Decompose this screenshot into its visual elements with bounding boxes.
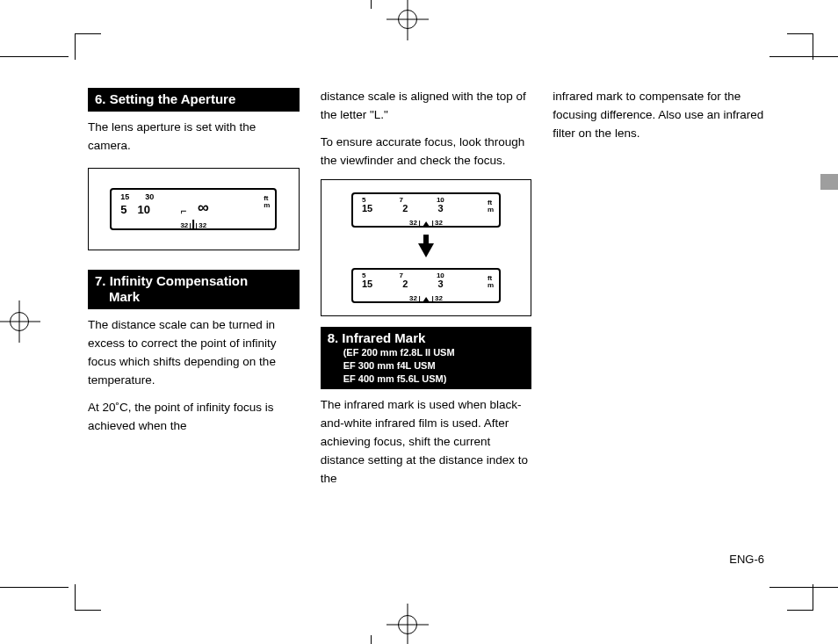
depth-of-field-index: 32 32	[180, 220, 206, 229]
section-7-continuation: To ensure accurate focus, look through t…	[321, 134, 532, 170]
scale-units: ftm	[488, 199, 494, 213]
distance-scale-before: 5 7 10 15 2 3 ftm 3232	[351, 192, 501, 228]
scale-m-value: 5	[120, 203, 126, 216]
section-7-body: At 20˚C, the point of infinity focus is …	[88, 399, 300, 436]
l-mark: ⌐	[180, 205, 186, 217]
figure-infinity-compensation: 5 7 10 15 2 3 ftm 3232	[321, 179, 532, 316]
column-1: 6. Setting the Aperture The lens apertur…	[88, 88, 300, 497]
distance-scale-after: 5 7 10 15 2 3 ftm 3232	[351, 268, 501, 303]
section-7-continuation: distance scale is aligned with the top o…	[321, 88, 532, 125]
frame-corner	[787, 610, 813, 611]
frame-corner	[75, 584, 76, 611]
column-3: infrared mark to compensate for the focu…	[553, 88, 764, 497]
figure-aperture-scale: 15 30 5 10 ∞ ⌐ ftm 32	[88, 168, 300, 250]
crop-mark	[0, 587, 69, 588]
register-mark	[5, 308, 33, 336]
crop-mark	[769, 56, 838, 57]
page-edge-tab	[820, 174, 838, 190]
section-8-body: The infrared mark is used when black-and…	[321, 396, 532, 488]
frame-corner	[813, 33, 813, 60]
crop-mark	[0, 56, 69, 57]
infinity-symbol: ∞	[198, 199, 209, 217]
scale-m-value: 15	[362, 203, 372, 213]
scale-m-value: 2	[402, 279, 408, 289]
frame-corner	[75, 610, 101, 611]
section-8-continuation: infrared mark to compensate for the focu…	[553, 88, 764, 143]
section-6-heading: 6. Setting the Aperture	[88, 88, 300, 112]
column-2: distance scale is aligned with the top o…	[321, 88, 532, 497]
register-mark	[394, 5, 422, 33]
scale-units: ftm	[488, 275, 494, 289]
frame-corner	[75, 33, 76, 60]
register-mark	[394, 611, 422, 639]
section-6-body: The lens aperture is set with the camera…	[88, 119, 300, 156]
arrow-down-icon	[418, 243, 434, 257]
section-7-heading: 7. Infinity Compensation Mark	[88, 270, 300, 310]
crop-mark	[769, 587, 838, 588]
distance-scale-window: 15 30 5 10 ∞ ⌐ ftm 32	[110, 188, 277, 230]
crop-mark	[371, 635, 372, 644]
scale-m-value: 15	[362, 279, 372, 289]
scale-m-value: 3	[437, 203, 443, 213]
section-8-heading: 8. Infrared Mark (EF 200 mm f2.8L II USM…	[321, 327, 532, 389]
scale-m-value: 3	[437, 279, 443, 289]
frame-corner	[75, 33, 101, 34]
section-7-body: The distance scale can be turned in exce…	[88, 316, 300, 390]
scale-m-value: 10	[138, 203, 150, 216]
scale-units: ftm	[264, 195, 270, 209]
page-content: 6. Setting the Aperture The lens apertur…	[88, 88, 764, 566]
frame-corner	[813, 584, 813, 611]
depth-of-field-index: 3232	[409, 219, 443, 227]
depth-of-field-index: 3232	[409, 294, 443, 302]
crop-mark	[371, 0, 372, 9]
scale-m-value: 2	[402, 203, 408, 213]
frame-corner	[787, 33, 813, 34]
page-number: ENG-6	[729, 553, 764, 566]
